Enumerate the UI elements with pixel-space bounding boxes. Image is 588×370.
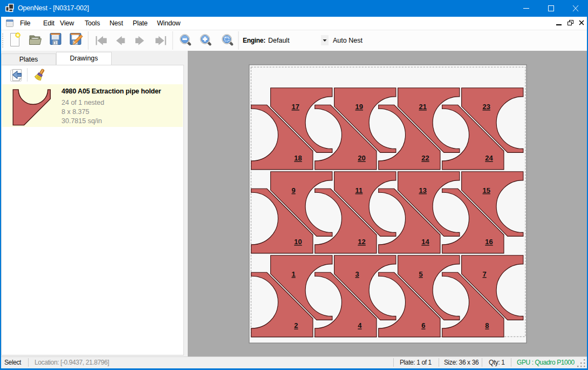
svg-text:12: 12 bbox=[358, 238, 365, 246]
svg-text:7: 7 bbox=[483, 270, 487, 278]
svg-text:23: 23 bbox=[483, 103, 490, 111]
svg-text:21: 21 bbox=[419, 103, 427, 111]
svg-text:22: 22 bbox=[421, 154, 429, 162]
svg-text:16: 16 bbox=[485, 238, 493, 246]
svg-text:10: 10 bbox=[294, 238, 302, 246]
svg-text:3: 3 bbox=[355, 270, 359, 278]
svg-text:13: 13 bbox=[419, 186, 427, 194]
svg-text:14: 14 bbox=[421, 238, 429, 246]
svg-text:5: 5 bbox=[419, 270, 423, 278]
svg-text:4: 4 bbox=[358, 321, 362, 329]
svg-text:2: 2 bbox=[294, 321, 298, 329]
svg-text:8: 8 bbox=[485, 321, 489, 329]
svg-text:15: 15 bbox=[483, 186, 490, 194]
svg-text:19: 19 bbox=[355, 103, 363, 111]
svg-text:1: 1 bbox=[292, 270, 296, 278]
svg-text:24: 24 bbox=[485, 154, 493, 162]
svg-text:6: 6 bbox=[421, 321, 425, 329]
svg-text:20: 20 bbox=[358, 154, 365, 162]
svg-text:18: 18 bbox=[294, 154, 302, 162]
svg-text:9: 9 bbox=[292, 186, 296, 194]
svg-text:11: 11 bbox=[355, 186, 363, 194]
svg-text:17: 17 bbox=[292, 103, 299, 111]
